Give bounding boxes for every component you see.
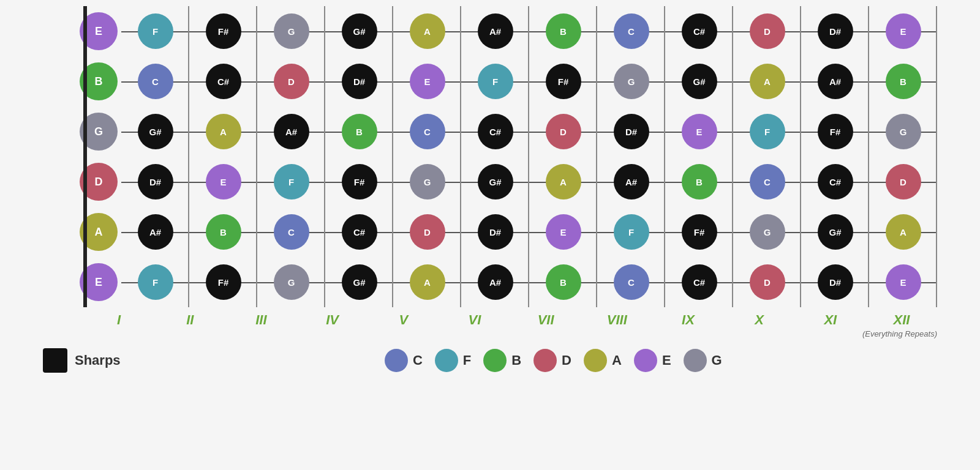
fret-number: XII (866, 312, 937, 328)
fret-cell: D# (121, 157, 189, 207)
note-circle: D# (478, 214, 513, 250)
legend-item: F (435, 349, 471, 372)
note-circle: F (274, 164, 309, 200)
fret-cell: E (665, 106, 733, 157)
fret-cell: F (257, 157, 325, 207)
fret-cell: D (393, 207, 461, 257)
legend-item: A (584, 349, 622, 372)
note-circle: F# (682, 214, 717, 250)
fret-cell: C (393, 106, 461, 157)
note-circle: D (546, 114, 581, 149)
note-circle: D (886, 164, 921, 200)
fret-cell: C (597, 6, 665, 56)
note-circle: C# (682, 264, 717, 300)
everything-repeats-label: (Everything Repeats) (31, 329, 949, 338)
fret-cell: D (529, 106, 597, 157)
note-circle: G# (818, 214, 853, 250)
legend-item: D (533, 349, 571, 372)
fret-cell: B (529, 6, 597, 56)
note-circle: G# (478, 164, 513, 200)
legend-note-label: B (511, 352, 521, 368)
string-row: BCC#DD#EFF#GG#AA#B (80, 56, 937, 106)
fret-number: XI (795, 312, 866, 328)
fret-cell: A# (461, 257, 529, 307)
note-circle: F# (342, 164, 377, 200)
fret-number: II (154, 312, 225, 328)
fret-cell: E (189, 157, 257, 207)
fret-cell: F (461, 56, 529, 106)
fretboard: EFF#GG#AA#BCC#DD#EBCC#DD#EFF#GG#AA#BGG#A… (31, 6, 949, 307)
fret-cell: D# (801, 6, 869, 56)
note-circle: F# (206, 264, 241, 300)
note-circle: D# (818, 264, 853, 300)
fret-cell: D# (461, 207, 529, 257)
note-circle: A# (478, 13, 513, 49)
note-circle: F (478, 64, 513, 99)
fret-number: VI (439, 312, 510, 328)
note-circle: G (410, 164, 445, 200)
note-circle: B (342, 114, 377, 149)
fret-cell: B (325, 106, 393, 157)
note-circle: G (886, 114, 921, 149)
string-row: GG#AA#BCC#DD#EFF#G (80, 106, 937, 157)
note-circle: G# (342, 264, 377, 300)
note-circle: G# (138, 114, 173, 149)
fret-number: IX (652, 312, 723, 328)
fretboard-container: EFF#GG#AA#BCC#DD#EBCC#DD#EFF#GG#AA#BGG#A… (31, 6, 949, 338)
note-circle: D (750, 264, 785, 300)
fret-cell: F# (665, 207, 733, 257)
note-circle: D (274, 64, 309, 99)
fret-cell: F# (189, 257, 257, 307)
fret-cell: C (121, 56, 189, 106)
note-circle: D# (138, 164, 173, 200)
note-circle: E (410, 64, 445, 99)
note-circle: E (886, 264, 921, 300)
frets: G#AA#BCC#DD#EFF#G (121, 106, 937, 157)
fret-cell: B (189, 207, 257, 257)
note-circle: G (614, 64, 649, 99)
note-circle: A (546, 164, 581, 200)
note-circle: E (546, 214, 581, 250)
fret-cell: F (121, 257, 189, 307)
note-circle: A (410, 264, 445, 300)
fret-cell: G# (461, 157, 529, 207)
fret-cell: F# (801, 106, 869, 157)
legend-note-label: D (562, 352, 571, 368)
note-circle: E (886, 13, 921, 49)
legend-item: C (385, 349, 423, 372)
fret-cell: G (257, 6, 325, 56)
note-circle: B (206, 214, 241, 250)
legend-note-label: G (712, 352, 722, 368)
fret-cell: C# (461, 106, 529, 157)
legend: Sharps CFBDAEG (31, 348, 949, 373)
fret-cell: A (869, 207, 937, 257)
fret-cell: G# (121, 106, 189, 157)
fret-cell: B (869, 56, 937, 106)
note-circle: A# (614, 164, 649, 200)
fret-cell: G (733, 207, 801, 257)
fret-cell: C (733, 157, 801, 207)
fret-cell: C# (189, 56, 257, 106)
note-circle: A (410, 13, 445, 49)
note-circle: G# (342, 13, 377, 49)
fret-numbers-row: IIIIIIIVVVIVIIVIIIIXXXIXII (31, 312, 949, 328)
fret-cell: D (733, 257, 801, 307)
fret-cell: G (393, 157, 461, 207)
string-row: EFF#GG#AA#BCC#DD#E (80, 6, 937, 56)
frets: FF#GG#AA#BCC#DD#E (121, 6, 937, 56)
note-circle: A (886, 214, 921, 250)
fret-cell: D (257, 56, 325, 106)
fret-number: III (225, 312, 296, 328)
fret-cell: D (733, 6, 801, 56)
note-circle: C# (206, 64, 241, 99)
note-circle: D (750, 13, 785, 49)
fret-number: I (83, 312, 154, 328)
fret-cell: G (597, 56, 665, 106)
fret-cell: C (597, 257, 665, 307)
fret-cell: F# (529, 56, 597, 106)
fret-cell: D (869, 157, 937, 207)
fret-cell: G# (325, 257, 393, 307)
fret-cell: G# (801, 207, 869, 257)
note-circle: B (682, 164, 717, 200)
string-row: AA#BCC#DD#EFF#GG#A (80, 207, 937, 257)
